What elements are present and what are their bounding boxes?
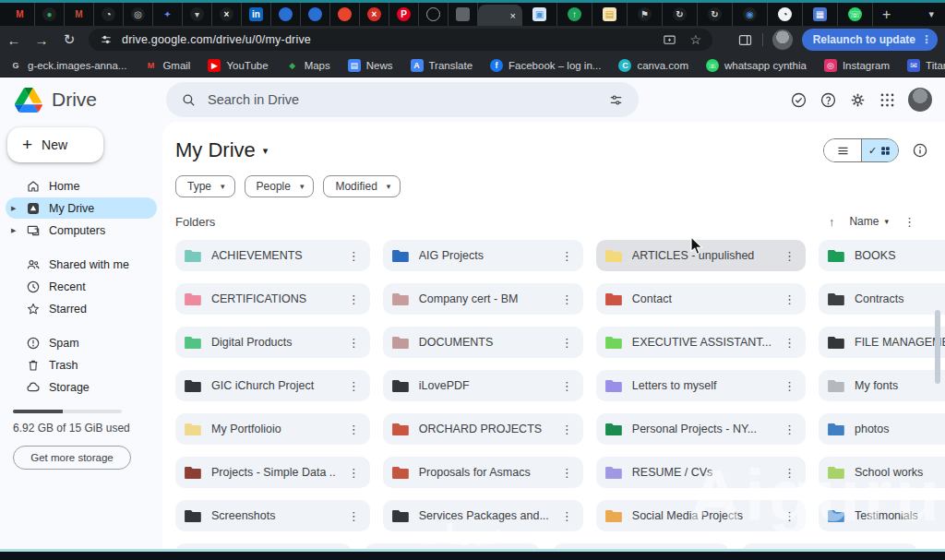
folder-card[interactable]: AIG Projects ⋮: [383, 240, 583, 271]
folder-card[interactable]: Company cert - BM ⋮: [383, 283, 583, 315]
drive-logo[interactable]: Drive: [0, 88, 162, 113]
list-view-button[interactable]: [824, 139, 861, 161]
filter-chip[interactable]: Modified ▾: [323, 175, 401, 197]
sidebar-item[interactable]: ▶ Computers: [6, 220, 157, 241]
browser-tab[interactable]: ▾: [183, 3, 212, 26]
browser-tab[interactable]: ◉: [733, 3, 768, 26]
browser-tab[interactable]: [271, 3, 301, 26]
sidebar-item[interactable]: ▶ Starred: [6, 298, 157, 319]
browser-tab[interactable]: ↑: [557, 3, 592, 26]
folder-card[interactable]: School works ⋮: [819, 457, 945, 488]
browser-tab[interactable]: ▤: [592, 3, 628, 26]
folder-card[interactable]: ACHIEVEMENTS ⋮: [175, 240, 370, 271]
bookmark-item[interactable]: ◎ Instagram: [824, 59, 890, 72]
sort-direction-icon[interactable]: ↑: [829, 215, 835, 229]
folder-card[interactable]: Projects - Simple Data .. ⋮: [175, 457, 370, 488]
folder-more-options-icon[interactable]: ⋮: [558, 379, 576, 393]
folder-card[interactable]: Services Packages and... ⋮: [383, 500, 583, 531]
folder-card[interactable]: GIC iChurch Project ⋮: [175, 370, 370, 401]
filter-chip[interactable]: People ▾: [245, 175, 315, 197]
offline-status-icon[interactable]: [790, 91, 807, 109]
drive-search-bar[interactable]: [166, 82, 639, 117]
sidebar-item[interactable]: ▶ Recent: [6, 276, 157, 297]
bookmark-item[interactable]: ✉ Titan Mal: [907, 59, 945, 72]
browser-profile-avatar[interactable]: [772, 30, 793, 50]
sidebar-item[interactable]: ▶ Spam: [6, 332, 157, 353]
browser-tab[interactable]: ◎: [124, 3, 153, 26]
bookmark-item[interactable]: ☏ whatsapp cynthia: [706, 59, 807, 72]
folder-more-options-icon[interactable]: ⋮: [781, 292, 798, 306]
folder-card[interactable]: Digital Products ⋮: [175, 327, 370, 358]
save-to-device-icon[interactable]: [663, 33, 676, 47]
browser-tab[interactable]: ◔: [94, 3, 124, 26]
folder-more-options-icon[interactable]: ⋮: [558, 466, 576, 480]
forward-button[interactable]: →: [28, 32, 55, 48]
back-button[interactable]: ←: [0, 32, 28, 48]
more-options-icon[interactable]: ⋮: [903, 215, 915, 229]
expand-arrow-icon[interactable]: ▶: [11, 227, 18, 234]
browser-tab[interactable]: P: [389, 3, 419, 26]
title-dropdown-icon[interactable]: ▾: [263, 145, 269, 157]
folder-card[interactable]: ORCHARD PROJECTS ⋮: [383, 413, 583, 445]
sidebar-item[interactable]: ▶ Home: [6, 175, 157, 197]
browser-tab[interactable]: ▣: [522, 3, 557, 26]
folder-card[interactable]: CERTIFICATIONS ⋮: [175, 283, 370, 315]
address-bar[interactable]: drive.google.com/drive/u/0/my-drive ☆: [89, 29, 712, 51]
browser-tab[interactable]: ▦: [803, 3, 838, 26]
tab-search-chevron-icon[interactable]: ▾: [928, 8, 945, 20]
folder-more-options-icon[interactable]: ⋮: [781, 379, 798, 393]
sort-by-button[interactable]: Name ▾: [849, 215, 889, 228]
folder-card[interactable]: Letters to myself ⋮: [596, 370, 806, 401]
browser-tab[interactable]: ×: [212, 3, 242, 26]
bookmark-item[interactable]: G g-eck.images-anna...: [9, 59, 126, 72]
folder-more-options-icon[interactable]: ⋮: [345, 423, 363, 436]
folder-more-options-icon[interactable]: ⋮: [558, 249, 576, 263]
bookmark-item[interactable]: ▶ YouTube: [208, 59, 268, 72]
folder-card[interactable]: EXECUTIVE ASSISTANT... ⋮: [596, 327, 806, 358]
folder-card[interactable]: My fonts ⋮: [819, 370, 945, 401]
bookmark-star-icon[interactable]: ☆: [689, 32, 701, 47]
folder-more-options-icon[interactable]: ⋮: [558, 292, 576, 306]
sidebar-item[interactable]: ▶ My Drive: [6, 197, 157, 219]
folder-more-options-icon[interactable]: ⋮: [345, 336, 363, 350]
browser-tab[interactable]: ↻: [663, 3, 698, 26]
grid-view-button[interactable]: ✓: [861, 139, 898, 161]
folder-more-options-icon[interactable]: ⋮: [345, 379, 363, 393]
folder-card[interactable]: iLovePDF ⋮: [383, 370, 583, 401]
new-button[interactable]: + New: [7, 127, 103, 162]
browser-tab[interactable]: ●: [35, 3, 65, 26]
side-panel-icon[interactable]: [737, 32, 753, 48]
browser-tab[interactable]: ↻: [698, 3, 733, 26]
folder-card[interactable]: Screenshots ⋮: [175, 500, 370, 531]
browser-tab[interactable]: ◔: [768, 3, 803, 26]
sidebar-item[interactable]: ▶ Shared with me: [6, 254, 157, 275]
settings-gear-icon[interactable]: [849, 91, 867, 109]
folder-more-options-icon[interactable]: ⋮: [781, 423, 798, 436]
tab-close-icon[interactable]: ×: [510, 10, 516, 21]
browser-tab[interactable]: [419, 3, 449, 26]
folder-more-options-icon[interactable]: ⋮: [781, 336, 798, 350]
advanced-search-icon[interactable]: [608, 92, 624, 108]
expand-arrow-icon[interactable]: ▶: [11, 205, 18, 212]
folder-card[interactable]: Social Media Projects ⋮: [596, 500, 806, 531]
browser-tab[interactable]: [449, 3, 478, 26]
browser-tab[interactable]: ×: [360, 3, 389, 26]
browser-tab[interactable]: ✦: [153, 3, 183, 26]
browser-tab[interactable]: [330, 3, 360, 26]
account-avatar[interactable]: [908, 88, 932, 112]
folder-more-options-icon[interactable]: ⋮: [558, 336, 576, 350]
folder-more-options-icon[interactable]: ⋮: [781, 509, 798, 523]
folder-more-options-icon[interactable]: ⋮: [558, 509, 576, 523]
bookmark-item[interactable]: ◆ Maps: [286, 59, 330, 72]
folder-more-options-icon[interactable]: ⋮: [345, 509, 363, 523]
folder-card[interactable]: photos ⋮: [819, 413, 945, 445]
folder-more-options-icon[interactable]: ⋮: [345, 249, 363, 263]
sidebar-item[interactable]: ▶ Trash: [6, 354, 157, 375]
folder-card[interactable]: Personal Projects - NY... ⋮: [596, 413, 806, 445]
folder-card[interactable]: Proposals for Asmacs ⋮: [383, 457, 583, 488]
bookmark-item[interactable]: C canva.com: [618, 59, 688, 72]
browser-tab[interactable]: ☏: [838, 3, 873, 26]
google-apps-grid-icon[interactable]: [879, 91, 896, 109]
folder-more-options-icon[interactable]: ⋮: [345, 466, 363, 480]
filter-chip[interactable]: Type ▾: [175, 175, 235, 197]
